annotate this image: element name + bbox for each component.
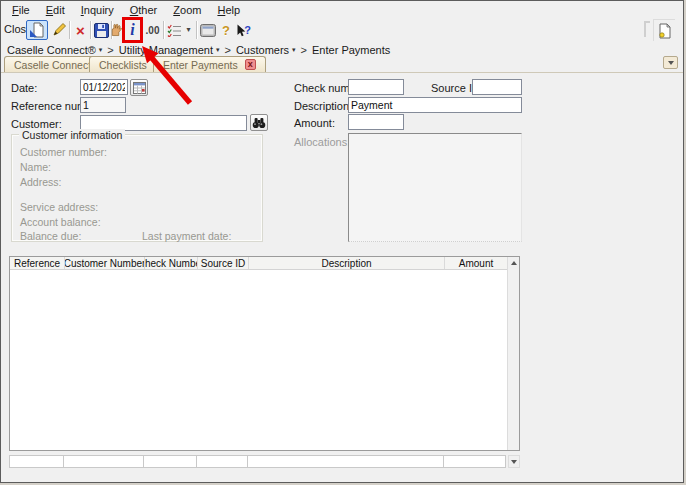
totals-cell	[64, 455, 144, 468]
info-icon: i	[130, 22, 134, 38]
notes-button[interactable]	[653, 19, 675, 41]
table-totals-row	[9, 455, 508, 468]
save-button[interactable]	[93, 20, 110, 40]
scroll-up-button[interactable]	[508, 257, 519, 269]
save-floppy-icon	[94, 23, 109, 38]
pencil-icon	[52, 23, 66, 37]
new-record-button[interactable]	[26, 20, 48, 40]
customer-information-groupbox: Customer information Customer number: Na…	[11, 134, 263, 242]
breadcrumb-utility-management[interactable]: Utility Management	[119, 44, 213, 56]
allocations-label: Allocations:	[294, 136, 350, 148]
edit-button[interactable]	[50, 20, 67, 40]
column-header-source-id[interactable]: Source ID	[198, 257, 249, 269]
tab-enter-payments[interactable]: Enter Payments x	[153, 56, 266, 72]
source-id-input[interactable]	[472, 79, 522, 95]
menu-help[interactable]: Help	[209, 3, 248, 17]
tab-list-dropdown-button[interactable]	[663, 56, 678, 69]
window-icon	[200, 24, 216, 37]
help-button[interactable]: ?	[219, 20, 233, 40]
display-window-button[interactable]	[199, 20, 217, 40]
allocations-listbox	[348, 133, 522, 242]
toolbar-separator	[69, 21, 71, 39]
column-header-customer-number[interactable]: Customer Number	[65, 257, 145, 269]
date-label: Date:	[11, 82, 37, 94]
reference-number-input[interactable]	[80, 97, 126, 113]
menu-bar: File Edit Inquiry Other Zoom Help	[1, 1, 683, 19]
scroll-down-button[interactable]	[508, 455, 520, 468]
totals-cell	[444, 455, 506, 468]
menu-file[interactable]: File	[4, 3, 38, 17]
totals-cell	[144, 455, 197, 468]
account-balance-label: Account balance:	[20, 216, 101, 228]
toolbar: Close ×	[1, 19, 683, 43]
tab-bar: Caselle Connect® Checklists Enter Paymen…	[1, 55, 683, 73]
toolbar-separator	[196, 21, 198, 39]
menu-other[interactable]: Other	[122, 3, 166, 17]
column-header-amount[interactable]: Amount	[445, 257, 507, 269]
breadcrumb-customers[interactable]: Customers	[236, 44, 289, 56]
new-record-icon	[29, 22, 45, 38]
breadcrumb-separator: >	[301, 44, 307, 56]
chevron-down-icon[interactable]: ▾	[99, 46, 103, 54]
allocations-dropdown-button[interactable]: ▾	[183, 20, 194, 40]
delete-x-icon: ×	[76, 23, 85, 38]
customer-number-label: Customer number:	[20, 146, 107, 158]
description-label: Description:	[294, 100, 352, 112]
chevron-down-icon[interactable]: ▾	[292, 46, 296, 54]
toolbar-separator	[90, 21, 92, 39]
breadcrumb-separator: >	[224, 44, 230, 56]
breadcrumb-separator: >	[107, 44, 113, 56]
column-header-check-number[interactable]: Check Number	[145, 257, 198, 269]
amount-input[interactable]	[348, 114, 404, 130]
chevron-down-icon	[668, 61, 674, 65]
customer-search-button[interactable]	[250, 114, 268, 131]
description-input[interactable]	[348, 97, 522, 113]
service-address-label: Service address:	[20, 201, 98, 213]
menu-inquiry[interactable]: Inquiry	[73, 3, 122, 17]
totals-cell	[9, 455, 64, 468]
info-button[interactable]: i	[125, 20, 140, 40]
delete-button[interactable]: ×	[72, 20, 89, 40]
check-number-input[interactable]	[348, 79, 404, 95]
balance-due-label: Balance due:	[20, 230, 81, 242]
tab-checklists[interactable]: Checklists	[89, 56, 157, 72]
column-header-description[interactable]: Description	[249, 257, 445, 269]
totals-cell	[197, 455, 248, 468]
amount-label: Amount:	[294, 117, 335, 129]
tab-close-icon[interactable]: x	[245, 59, 256, 70]
document-note-icon	[658, 23, 672, 39]
allocations-button[interactable]	[166, 20, 183, 40]
last-payment-date-label: Last payment date:	[142, 230, 231, 242]
menu-zoom[interactable]: Zoom	[165, 3, 209, 17]
hand-icon	[110, 23, 122, 37]
context-help-button[interactable]: ?	[234, 20, 254, 40]
allocation-lines-icon	[167, 24, 182, 37]
hold-button[interactable]	[109, 20, 123, 40]
cents-button[interactable]: .00	[143, 20, 162, 40]
app-window: File Edit Inquiry Other Zoom Help Close …	[0, 0, 684, 483]
name-label: Name:	[20, 161, 51, 173]
breadcrumb-home[interactable]: Caselle Connect®	[7, 44, 96, 56]
calendar-icon	[133, 82, 146, 94]
help-question-icon: ?	[222, 23, 230, 38]
binoculars-icon	[252, 117, 266, 129]
totals-cell	[248, 455, 444, 468]
date-input[interactable]	[80, 79, 128, 95]
triangle-up-icon	[511, 261, 517, 265]
table-body: Reference Customer Number Check Number S…	[9, 256, 520, 451]
context-help-question-icon: ?	[244, 24, 251, 36]
cents-icon: .00	[146, 25, 160, 36]
groupbox-title: Customer information	[19, 129, 125, 141]
triangle-down-icon	[511, 460, 517, 464]
calendar-button[interactable]	[130, 79, 148, 96]
breadcrumb-enter-payments: Enter Payments	[312, 44, 390, 56]
toolbar-grip	[644, 21, 650, 37]
vertical-scrollbar[interactable]	[507, 257, 519, 450]
table-header: Reference Customer Number Check Number S…	[10, 257, 507, 270]
address-label: Address:	[20, 176, 61, 188]
column-header-reference[interactable]: Reference	[10, 257, 65, 269]
menu-edit[interactable]: Edit	[38, 3, 73, 17]
chevron-down-icon: ▾	[186, 26, 190, 34]
payments-table: Reference Customer Number Check Number S…	[9, 256, 520, 468]
chevron-down-icon[interactable]: ▾	[216, 46, 220, 54]
